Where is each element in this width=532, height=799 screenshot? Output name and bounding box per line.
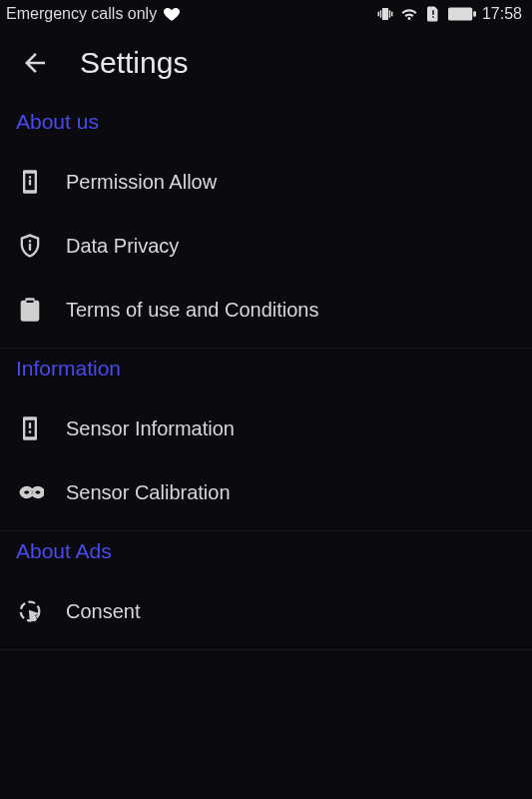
list-item-terms[interactable]: Terms of use and Conditions xyxy=(0,278,532,342)
back-arrow-icon[interactable] xyxy=(20,48,50,78)
section-about-ads: About Ads Consent xyxy=(0,531,532,650)
phone-alert-icon xyxy=(16,414,44,442)
section-header-about-ads: About Ads xyxy=(0,531,532,579)
section-header-about-us: About us xyxy=(0,102,532,150)
section-information: Information Sensor Information Sensor Ca… xyxy=(0,349,532,531)
section-about-us: About us Permission Allow Data Privacy T… xyxy=(0,102,532,349)
shield-info-icon xyxy=(16,232,44,260)
list-item-consent[interactable]: Consent xyxy=(0,579,532,643)
list-item-sensor-information[interactable]: Sensor Information xyxy=(0,397,532,460)
vibrate-icon xyxy=(376,5,394,23)
list-item-sensor-calibration[interactable]: Sensor Calibration xyxy=(0,460,532,524)
status-time: 17:58 xyxy=(482,5,522,23)
list-item-label: Terms of use and Conditions xyxy=(66,299,318,322)
svg-rect-0 xyxy=(448,7,472,20)
list-item-label: Consent xyxy=(66,600,141,623)
network-status-text: Emergency calls only xyxy=(6,5,157,23)
heart-icon xyxy=(163,5,181,23)
status-right: 17:58 xyxy=(376,5,522,23)
infinity-icon xyxy=(16,478,44,506)
sim-icon xyxy=(424,5,442,23)
list-item-data-privacy[interactable]: Data Privacy xyxy=(0,214,532,278)
section-header-information: Information xyxy=(0,349,532,397)
cursor-click-icon xyxy=(16,597,44,625)
wifi-icon xyxy=(400,5,418,23)
phone-info-icon xyxy=(16,168,44,196)
clipboard-icon xyxy=(16,296,44,324)
list-item-label: Data Privacy xyxy=(66,235,179,258)
status-bar: Emergency calls only 17:58 xyxy=(0,0,532,28)
page-title: Settings xyxy=(80,46,188,80)
battery-icon xyxy=(448,6,476,22)
list-item-label: Permission Allow xyxy=(66,171,217,194)
list-item-label: Sensor Information xyxy=(66,417,235,440)
status-left: Emergency calls only xyxy=(6,5,181,23)
list-item-label: Sensor Calibration xyxy=(66,481,231,504)
list-item-permission-allow[interactable]: Permission Allow xyxy=(0,150,532,214)
svg-rect-1 xyxy=(473,11,476,17)
app-bar: Settings xyxy=(0,28,532,102)
